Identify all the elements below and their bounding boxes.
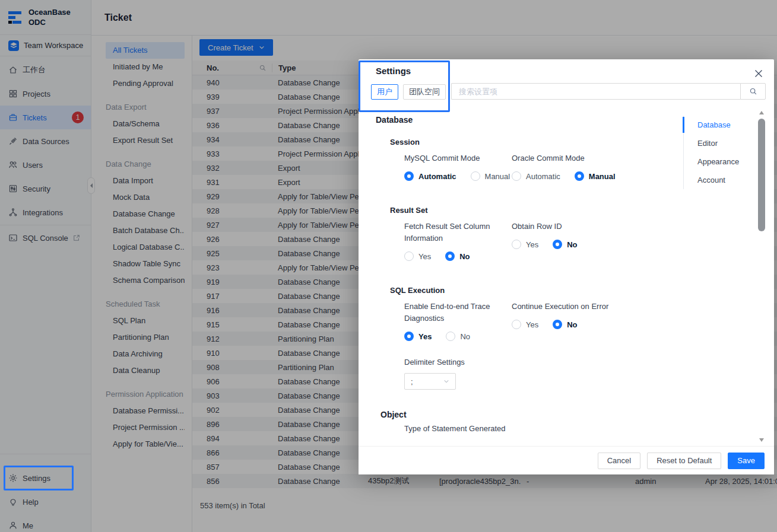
oracle-commit-mode-automatic-radio[interactable]: Automatic [512,171,560,181]
radio-dot-icon [512,320,521,329]
scrollbar-thumb[interactable] [758,119,765,231]
radio-dot-icon [404,332,414,341]
settings-nav-account[interactable]: Account [684,171,757,189]
section-heading-database: Database [376,115,679,125]
scroll-down-arrow-icon[interactable] [759,438,764,442]
object-clipped-label: Type of Statement Generated [404,424,679,433]
field-continue-execution-on-error: Continue Execution on ErrorYesNo [512,301,608,341]
settings-content: Database SessionMySQL Commit ModeAutomat… [359,112,679,446]
radio-label: Automatic [418,172,456,181]
field-label: Oracle Commit Mode [512,152,614,164]
settings-modal: Settings 用户 团队空间 Database SessionMySQL C… [359,59,774,474]
section-heading-object: Object [380,410,679,419]
delimiter-select[interactable]: ; [404,373,456,390]
radio-label: Yes [526,240,538,249]
radio-label: Yes [526,320,538,329]
delimiter-label: Delimiter Settings [404,356,506,368]
settings-search-input[interactable] [451,83,740,100]
save-button[interactable]: Save [728,453,765,469]
annotation-box-settings-header [359,60,450,112]
radio-label: Yes [418,252,431,261]
field-fetch-result-set-column-information: Fetch Result Set Column InformationYesNo [404,221,512,261]
radio-label: Yes [418,332,432,341]
enable-end-to-end-trace-diagnostics-no-radio[interactable]: No [446,332,470,341]
radio-dot-icon [512,171,521,181]
radio-dot-icon [512,240,521,249]
chevron-down-icon [443,378,449,384]
mysql-commit-mode-manual-radio[interactable]: Manual [471,171,510,181]
radio-dot-icon [404,251,414,261]
group-fields: Enable End-to-end Trace DiagnosticsYesNo… [404,301,679,341]
radio-group: YesNo [404,332,512,341]
radio-label: No [567,240,577,249]
settings-nav-editor[interactable]: Editor [684,134,757,152]
field-label: MySQL Commit Mode [404,152,506,164]
radio-label: Manual [485,172,510,181]
obtain-row-id-yes-radio[interactable]: Yes [512,240,538,249]
radio-group: YesNo [512,320,608,329]
group-fields: Fetch Result Set Column InformationYesNo… [404,221,679,261]
radio-dot-icon [553,320,562,329]
settings-search [451,83,766,100]
settings-group-sql-execution: SQL ExecutionEnable End-to-end Trace Dia… [390,286,679,341]
field-label: Enable End-to-end Trace Diagnostics [404,301,506,324]
radio-label: No [459,252,470,261]
oracle-commit-mode-manual-radio[interactable]: Manual [575,171,616,181]
search-icon [749,87,757,95]
settings-group-session: SessionMySQL Commit ModeAutomaticManualO… [390,138,679,181]
field-label: Continue Execution on Error [512,301,608,313]
group-heading: Result Set [390,206,679,215]
modal-scrollbar[interactable] [757,110,766,443]
radio-dot-icon [445,251,455,261]
radio-group: AutomaticManual [404,171,512,181]
radio-label: Manual [589,172,616,181]
delimiter-value: ; [411,377,413,386]
radio-dot-icon [575,171,584,181]
field-label: Obtain Row ID [512,221,578,232]
cancel-button[interactable]: Cancel [598,453,640,469]
modal-footer: Cancel Reset to Default Save [359,446,774,474]
field-label: Fetch Result Set Column Information [404,221,506,244]
delimiter-settings-field: Delimiter Settings ; [404,356,679,390]
radio-group: YesNo [512,240,578,249]
group-fields: MySQL Commit ModeAutomaticManualOracle C… [404,152,679,181]
fetch-result-set-column-information-no-radio[interactable]: No [445,251,470,261]
radio-label: No [567,320,577,329]
radio-dot-icon [404,171,414,181]
field-mysql-commit-mode: MySQL Commit ModeAutomaticManual [404,152,512,181]
settings-nav-database[interactable]: Database [684,116,757,134]
continue-execution-on-error-yes-radio[interactable]: Yes [512,320,538,329]
odc-app: OceanBase ODC Team Workspace 工作台Projects… [0,0,777,532]
radio-label: Automatic [526,172,560,181]
settings-nav: DatabaseEditorAppearanceAccount [683,116,757,189]
group-heading: Session [390,138,679,146]
radio-group: AutomaticManual [512,171,616,181]
scroll-up-arrow-icon[interactable] [759,111,764,114]
radio-dot-icon [471,171,480,181]
radio-dot-icon [446,332,455,341]
field-oracle-commit-mode: Oracle Commit ModeAutomaticManual [512,152,616,181]
reset-to-default-button[interactable]: Reset to Default [647,453,721,469]
radio-group: YesNo [404,251,512,261]
radio-label: No [460,332,470,341]
mysql-commit-mode-automatic-radio[interactable]: Automatic [404,171,456,181]
settings-group-result-set: Result SetFetch Result Set Column Inform… [390,206,679,261]
annotation-box-settings-item [4,466,74,490]
continue-execution-on-error-no-radio[interactable]: No [553,320,577,329]
obtain-row-id-no-radio[interactable]: No [553,240,577,249]
field-obtain-row-id: Obtain Row IDYesNo [512,221,578,261]
enable-end-to-end-trace-diagnostics-yes-radio[interactable]: Yes [404,332,432,341]
fetch-result-set-column-information-yes-radio[interactable]: Yes [404,251,431,261]
settings-nav-appearance[interactable]: Appearance [684,152,757,171]
search-button[interactable] [740,83,766,100]
group-heading: SQL Execution [390,286,679,295]
close-icon[interactable] [754,69,763,78]
radio-dot-icon [553,240,562,249]
field-enable-end-to-end-trace-diagnostics: Enable End-to-end Trace DiagnosticsYesNo [404,301,512,341]
